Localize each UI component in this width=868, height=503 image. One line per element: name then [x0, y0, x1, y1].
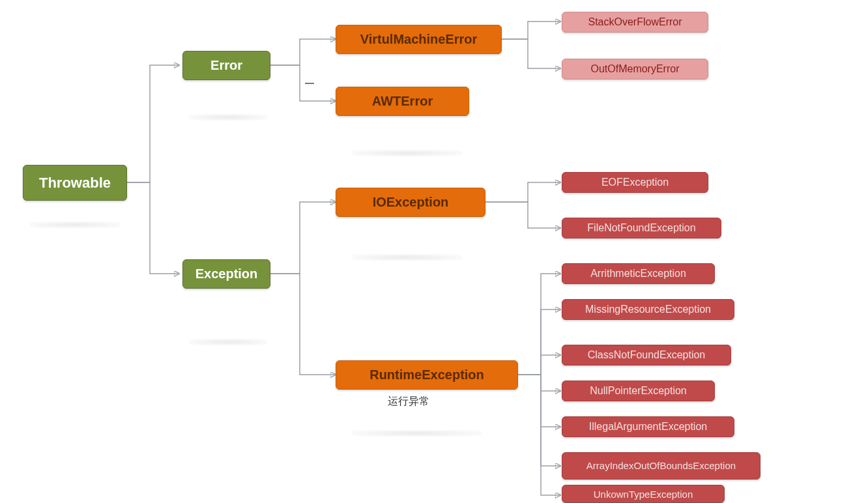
shadow-exception [189, 339, 267, 345]
shadow-runtimeexception [352, 430, 482, 437]
node-arrayindexoutofboundsexception: ArrayIndexOutOfBoundsException [562, 452, 760, 480]
node-nullpointerexception: NullPointerException [562, 381, 715, 401]
shadow-ioexception [352, 254, 463, 261]
node-runtimeexception-label: RuntimeException [369, 367, 484, 382]
node-awterror-label: AWTError [372, 94, 433, 109]
node-awterror: AWTError [336, 87, 469, 116]
node-stackoverflowerror-label: StackOverFlowError [588, 16, 682, 28]
node-arithmeticexception-label: ArrithmeticException [590, 268, 686, 280]
node-outofmemoryerror-label: OutOfMemoryError [590, 63, 679, 75]
node-throwable-label: Throwable [39, 175, 111, 192]
node-error-label: Error [210, 58, 242, 73]
shadow-awterror [352, 150, 463, 156]
node-ioexception: IOException [336, 188, 485, 217]
node-missingresourceexception: MissingResourceException [562, 299, 734, 320]
node-classnotfoundexception: ClassNotFoundException [562, 345, 731, 366]
caption-runtimeexception: 运行异常 [388, 395, 429, 409]
node-arrayindexoutofboundsexception-label: ArrayIndexOutOfBoundsException [586, 461, 736, 472]
node-filenotfoundexception: FileNotFoundException [562, 218, 721, 238]
node-virtualmachineerror-label: VirtulMachineError [360, 32, 478, 47]
node-outofmemoryerror: OutOfMemoryError [562, 59, 708, 79]
node-exception: Exception [182, 259, 270, 289]
node-classnotfoundexception-label: ClassNotFoundException [588, 349, 706, 361]
node-ioexception-label: IOException [373, 195, 449, 210]
node-arithmeticexception: ArrithmeticException [562, 263, 715, 284]
node-illegalargumentexception-label: IllegalArgumentException [589, 421, 707, 433]
connector-lines [0, 0, 868, 503]
collapse-indicator [305, 83, 314, 84]
node-eofexception: EOFException [562, 172, 708, 193]
node-nullpointerexception-label: NullPointerException [590, 385, 687, 397]
node-stackoverflowerror: StackOverFlowError [562, 12, 708, 33]
node-unknowntypeexception-label: UnkownTypeException [594, 489, 693, 500]
node-throwable: Throwable [23, 165, 127, 201]
node-filenotfoundexception-label: FileNotFoundException [587, 222, 695, 234]
node-exception-label: Exception [195, 266, 258, 281]
node-missingresourceexception-label: MissingResourceException [585, 304, 711, 315]
node-error: Error [182, 51, 270, 80]
shadow-throwable [29, 222, 121, 228]
node-runtimeexception: RuntimeException [336, 360, 518, 390]
node-virtualmachineerror: VirtulMachineError [336, 25, 502, 54]
node-illegalargumentexception: IllegalArgumentException [562, 416, 734, 437]
shadow-error [189, 114, 267, 121]
node-eofexception-label: EOFException [601, 177, 669, 188]
node-unknowntypeexception: UnkownTypeException [562, 485, 725, 503]
